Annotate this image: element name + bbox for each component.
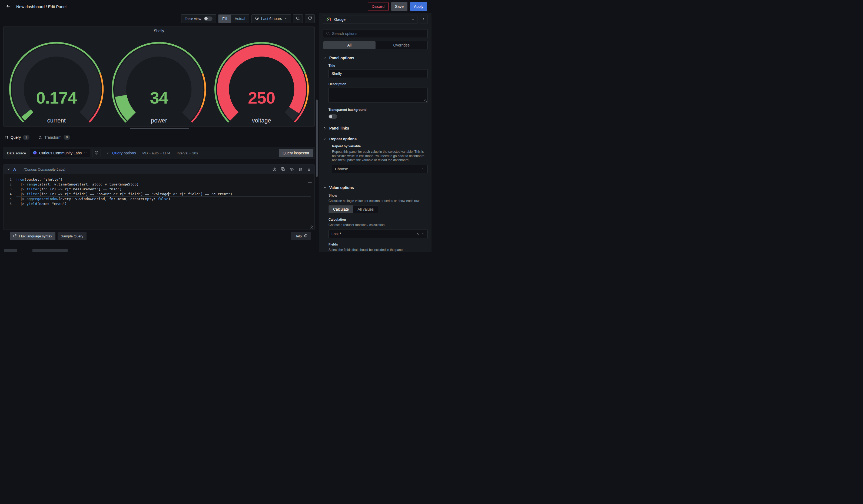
datasource-logo-icon (33, 151, 37, 156)
gauge-current: 0.174current (5, 39, 108, 126)
chevron-right-icon (422, 17, 426, 22)
section-divider (319, 180, 432, 180)
value-options-heading: Value options (329, 186, 354, 190)
options-filter-overrides[interactable]: Overrides (376, 41, 428, 49)
back-button[interactable] (4, 2, 12, 11)
scrollbar-thumb[interactable] (316, 100, 318, 177)
code-line-1[interactable]: 1from(bucket: "shelly") (3, 177, 314, 182)
chevron-down-icon (84, 151, 87, 155)
apply-button[interactable]: Apply (410, 2, 427, 11)
options-pane-collapse-button[interactable] (420, 15, 428, 24)
line-number: 3 (3, 187, 16, 192)
calculation-field: Calculation Choose a reducer function / … (328, 218, 428, 238)
search-options-box (323, 29, 428, 38)
panel-options-header[interactable]: Panel options (323, 56, 428, 60)
display-mode-group: Fill Actual (218, 14, 249, 23)
clear-icon[interactable] (416, 232, 419, 236)
query-options-toggle[interactable]: Query options (106, 151, 136, 155)
interval-info: Interval = 20s (177, 151, 198, 155)
chevron-down-icon (422, 167, 425, 171)
repeat-options-header[interactable]: Repeat options (323, 137, 428, 141)
code-line-3[interactable]: 3 |> filter(fn: (r) => r["_measurement"]… (3, 187, 314, 192)
calc-mode-group: Calculate All values (328, 205, 378, 213)
chevron-down-icon (422, 232, 425, 236)
sample-query-button[interactable]: Sample Query (58, 232, 87, 240)
query-collapse-icon[interactable] (7, 167, 11, 171)
query-inspector-button[interactable]: Query inspector (279, 149, 313, 158)
fields-field: Fields Select the fields that should be … (328, 242, 428, 252)
tab-query-label: Query (11, 135, 21, 139)
code-line-6[interactable]: 6 |> yield(name: "mean") (3, 201, 314, 206)
gauge-value: 34 (108, 89, 210, 106)
gauge-panel: Shelly 0.174current34power250voltage (3, 26, 315, 127)
panel-links-section: Panel links (323, 126, 428, 130)
search-options-input[interactable] (332, 32, 425, 36)
partial-button-left[interactable] (4, 249, 17, 252)
drag-handle-icon[interactable] (307, 167, 311, 172)
duplicate-query-icon[interactable] (281, 167, 285, 172)
visualization-row: Gauge (323, 15, 428, 24)
textarea-resize-corner[interactable] (424, 100, 427, 102)
table-view-group: Table view (181, 14, 216, 23)
description-input[interactable] (328, 88, 428, 103)
transparent-background-field: Transparent background (328, 108, 428, 119)
partial-button-right[interactable] (33, 249, 67, 252)
query-footer: Flux language syntax Sample Query Help (10, 232, 311, 240)
refresh-button[interactable] (305, 14, 315, 23)
calculation-help: Choose a reducer function / calculation (328, 223, 422, 227)
gauge-title: power (108, 117, 210, 124)
delete-query-icon[interactable] (298, 167, 302, 172)
fill-option[interactable]: Fill (218, 15, 231, 23)
code-line-5[interactable]: 5 |> aggregateWindow(every: v.windowPeri… (3, 197, 314, 201)
table-view-toggle[interactable] (204, 16, 213, 21)
time-range-picker[interactable]: Last 6 hours (251, 14, 291, 23)
editor-resize-corner[interactable] (310, 226, 313, 228)
transparent-background-toggle[interactable] (328, 114, 337, 119)
value-options-section: Value options Show Calculate a single va… (323, 186, 428, 252)
query-help-icon[interactable] (272, 167, 277, 172)
max-data-points: MD = auto = 1174 (142, 151, 170, 155)
gauge-value: 250 (210, 89, 313, 106)
all-values-option[interactable]: All values (353, 205, 378, 213)
visualization-name: Gauge (334, 17, 408, 22)
show-field: Show Calculate a single value per column… (328, 193, 428, 214)
code-line-2[interactable]: 2 |> range(start: v.timeRangeStart, stop… (3, 182, 314, 187)
save-button[interactable]: Save (391, 2, 408, 11)
help-button[interactable]: Help (291, 232, 311, 240)
chevron-down-icon (323, 137, 327, 141)
datasource-help-button[interactable] (92, 149, 101, 158)
transform-icon (38, 136, 42, 139)
panel-links-header[interactable]: Panel links (323, 126, 428, 130)
toggle-visibility-icon[interactable] (290, 167, 294, 172)
datasource-label: Data source (7, 151, 26, 155)
flux-syntax-label: Flux language syntax (19, 234, 52, 238)
code-line-4[interactable]: 4 |> filter(fn: (r) => r["_field"] == "p… (3, 192, 314, 197)
panel-toolbar: Table view Fill Actual Last 6 hours (0, 13, 319, 24)
info-circle-icon (304, 234, 308, 239)
show-label: Show (328, 193, 428, 197)
line-number: 1 (3, 177, 16, 182)
tab-transform[interactable]: Transform 0 (38, 133, 71, 143)
actual-option[interactable]: Actual (231, 15, 249, 23)
database-icon (4, 136, 8, 139)
calculate-option[interactable]: Calculate (329, 205, 353, 213)
datasource-picker[interactable]: Curious Community Labs (30, 149, 90, 158)
fields-label: Fields (328, 242, 428, 246)
zoom-out-button[interactable] (293, 14, 303, 23)
flux-syntax-button[interactable]: Flux language syntax (10, 232, 55, 240)
discard-button[interactable]: Discard (368, 2, 388, 11)
chevron-down-icon (284, 16, 287, 21)
page-title: New dashboard / Edit Panel (16, 4, 66, 9)
calculation-select[interactable]: Last * (328, 229, 428, 238)
refresh-icon (308, 16, 312, 21)
options-filter-all[interactable]: All (323, 41, 376, 49)
repeat-variable-select[interactable]: Choose (332, 165, 428, 173)
tab-query[interactable]: Query 1 (4, 133, 30, 143)
line-number: 5 (3, 197, 16, 201)
options-sidebar: Gauge All Overrides Panel options Title … (319, 13, 432, 252)
title-input[interactable] (328, 69, 428, 78)
show-help: Calculate a single value per column or s… (328, 199, 422, 203)
visualization-picker[interactable]: Gauge (323, 15, 417, 24)
value-options-header[interactable]: Value options (323, 186, 428, 190)
flux-code-editor[interactable]: 1from(bucket: "shelly")2 |> range(start:… (3, 174, 314, 229)
